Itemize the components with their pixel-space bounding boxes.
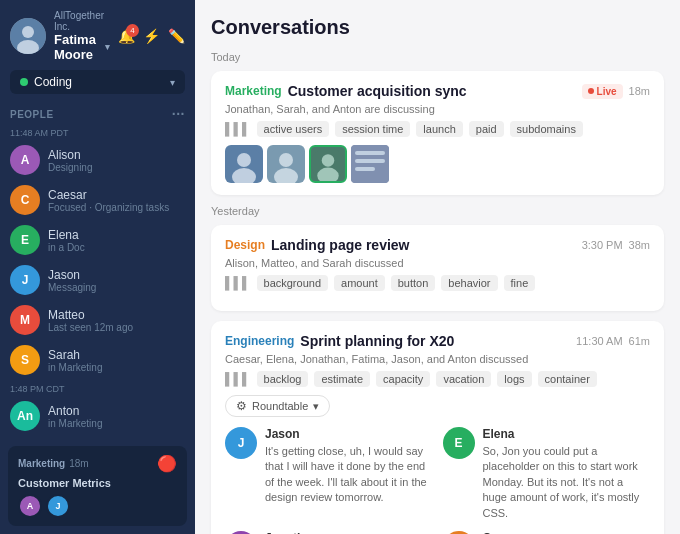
svg-point-10 — [322, 154, 335, 167]
sidebar-item-elena[interactable]: E Elena in a Doc — [0, 220, 195, 260]
time-label-2: 1:48 PM CDT — [0, 380, 195, 396]
svg-point-11 — [317, 168, 338, 183]
category-engineering: Engineering — [225, 334, 294, 348]
workspace-selector[interactable]: Coding ▾ — [10, 70, 185, 94]
avatar-caesar: C — [10, 185, 40, 215]
sidebar: AllTogether Inc. Fatima Moore ▾ 🔔 4 ⚡ ✏️… — [0, 0, 195, 534]
conversation-card-engineering[interactable]: Engineering Sprint planning for X20 11:3… — [211, 321, 664, 534]
avatar-jason: J — [10, 265, 40, 295]
conv-avatar-1 — [225, 145, 263, 183]
svg-point-1 — [22, 26, 34, 38]
page-title: Conversations — [211, 16, 664, 39]
people-section-header: PEOPLE ··· — [0, 102, 195, 124]
bc-avatar-2: J — [46, 494, 70, 518]
avatar-anton: An — [10, 401, 40, 431]
conv-duration-design: 38m — [629, 239, 650, 251]
conv-participants-engineering: Caesar, Elena, Jonathan, Fatima, Jason, … — [225, 353, 650, 365]
conv-avatar-3 — [309, 145, 347, 183]
waveform-icon-engineering: ▌▌▌ — [225, 372, 251, 386]
conv-tags-marketing: ▌▌▌ active users session time launch pai… — [225, 121, 650, 137]
conv-tags-design: ▌▌▌ background amount button behavior fi… — [225, 275, 650, 291]
sidebar-item-alison[interactable]: A Alison Designing — [0, 140, 195, 180]
conv-title-engineering: Sprint planning for X20 — [300, 333, 454, 349]
waveform-icon-design: ▌▌▌ — [225, 276, 251, 290]
conv-avatar-4 — [351, 145, 389, 183]
conversation-card-marketing[interactable]: Marketing Customer acquisition sync Live… — [211, 71, 664, 195]
sidebar-header: AllTogether Inc. Fatima Moore ▾ 🔔 4 ⚡ ✏️ — [0, 0, 195, 70]
name-chevron-icon: ▾ — [105, 42, 110, 52]
waveform-icon: ▌▌▌ — [225, 122, 251, 136]
workspace-label: Coding — [34, 75, 164, 89]
avatar-elena: E — [10, 225, 40, 255]
participant-avatar-jason: J — [225, 427, 257, 459]
svg-rect-13 — [355, 151, 385, 155]
roundtable-icon: ⚙ — [236, 399, 247, 413]
participant-jason: J Jason It's getting close, uh, I would … — [225, 427, 433, 521]
svg-rect-15 — [355, 167, 375, 171]
avatar-alison: A — [10, 145, 40, 175]
bc-avatar-1: A — [18, 494, 42, 518]
workspace-chevron-icon: ▾ — [170, 77, 175, 88]
sidebar-item-sarah[interactable]: S Sarah in Marketing — [0, 340, 195, 380]
bottom-card[interactable]: Marketing 18m 🔴 Customer Metrics A J — [8, 446, 187, 526]
live-badge: Live — [582, 84, 623, 99]
category-design: Design — [225, 238, 265, 252]
header-icons: 🔔 4 ⚡ ✏️ — [118, 28, 185, 44]
bottom-card-avatars: A J — [18, 494, 177, 518]
workspace-status-dot — [20, 78, 28, 86]
sidebar-item-anton[interactable]: An Anton in Marketing — [0, 396, 195, 436]
more-options-icon[interactable]: ··· — [172, 106, 185, 122]
conv-avatar-2 — [267, 145, 305, 183]
conv-title-marketing: Customer acquisition sync — [288, 83, 467, 99]
sidebar-item-matteo[interactable]: M Matteo Last seen 12m ago — [0, 300, 195, 340]
user-name: Fatima Moore ▾ — [54, 32, 110, 62]
conv-avatars-marketing — [225, 145, 650, 183]
conv-title-design: Landing page review — [271, 237, 409, 253]
svg-point-4 — [237, 153, 251, 167]
people-list: PEOPLE ··· 11:48 AM PDT A Alison Designi… — [0, 102, 195, 440]
sidebar-item-caesar[interactable]: C Caesar Focused · Organizing tasks — [0, 180, 195, 220]
sidebar-item-jason[interactable]: J Jason Messaging — [0, 260, 195, 300]
participants-grid: J Jason It's getting close, uh, I would … — [225, 427, 650, 534]
conv-duration-engineering: 61m — [629, 335, 650, 347]
time-label-1: 11:48 AM PDT — [0, 124, 195, 140]
conv-time-engineering: 11:30 AM — [576, 335, 622, 347]
bell-icon[interactable]: 🔔 4 — [118, 28, 135, 44]
conv-time-design: 3:30 PM — [582, 239, 623, 251]
sidebar-item-jonathan[interactable]: Jo Jonathan in a Marketing — [0, 436, 195, 440]
svg-rect-12 — [351, 145, 389, 183]
category-marketing: Marketing — [225, 84, 282, 98]
company-name: AllTogether Inc. — [54, 10, 110, 32]
participant-avatar-elena: E — [443, 427, 475, 459]
conv-tags-engineering: ▌▌▌ backlog estimate capacity vacation l… — [225, 371, 650, 387]
activity-icon[interactable]: ⚡ — [143, 28, 160, 44]
conversation-card-design[interactable]: Design Landing page review 3:30 PM 38m A… — [211, 225, 664, 311]
user-avatar — [10, 18, 46, 54]
today-label: Today — [211, 51, 664, 63]
roundtable-chevron-icon: ▾ — [313, 400, 319, 413]
notification-badge: 4 — [126, 24, 139, 37]
svg-rect-14 — [355, 159, 385, 163]
compose-icon[interactable]: ✏️ — [168, 28, 185, 44]
conv-participants-design: Alison, Matteo, and Sarah discussed — [225, 257, 650, 269]
conv-time-marketing: 18m — [629, 85, 650, 97]
yesterday-label: Yesterday — [211, 205, 664, 217]
avatar-sarah: S — [10, 345, 40, 375]
main-content: Conversations Today Marketing Customer a… — [195, 0, 680, 534]
conv-participants-marketing: Jonathan, Sarah, and Anton are discussin… — [225, 103, 650, 115]
svg-point-7 — [279, 153, 293, 167]
header-info: AllTogether Inc. Fatima Moore ▾ — [54, 10, 110, 62]
roundtable-button[interactable]: ⚙ Roundtable ▾ — [225, 395, 330, 417]
bottom-card-icon: 🔴 — [157, 454, 177, 473]
participant-elena: E Elena So, Jon you could put a placehol… — [443, 427, 651, 521]
live-dot — [588, 88, 594, 94]
avatar-matteo: M — [10, 305, 40, 335]
